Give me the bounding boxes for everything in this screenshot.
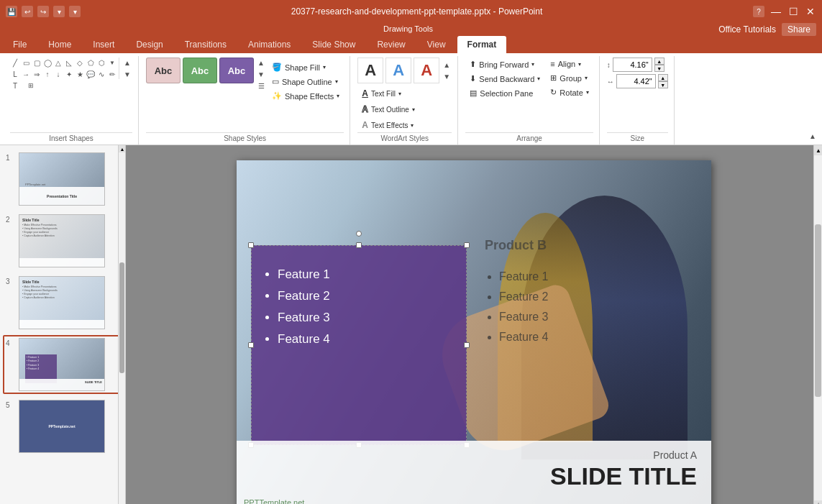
shape-effects-label: Shape Effects <box>285 92 334 101</box>
undo-icon[interactable]: ↩ <box>22 6 33 17</box>
line-shape[interactable]: ╱ <box>10 58 20 68</box>
tab-slideshow[interactable]: Slide Show <box>302 36 365 53</box>
text-outline-btn[interactable]: A Text Outline ▾ <box>357 102 452 116</box>
group-insert-shapes-label: Insert Shapes <box>10 132 132 145</box>
text-fill-btn[interactable]: A Text Fill ▾ <box>357 86 452 101</box>
styles-more-all[interactable]: ☰ <box>256 81 266 91</box>
rarrow-shape[interactable]: ⇒ <box>32 69 42 79</box>
tab-transitions[interactable]: Transitions <box>175 36 237 53</box>
text-outline-label: Text Outline <box>371 106 409 114</box>
width-up[interactable]: ▲ <box>658 74 668 81</box>
tab-home[interactable]: Home <box>38 36 81 53</box>
restore-btn[interactable]: ☐ <box>787 6 799 17</box>
close-btn[interactable]: ✕ <box>805 6 816 17</box>
rotate-handle[interactable] <box>356 231 362 237</box>
handle-tl[interactable] <box>248 242 254 248</box>
selection-container[interactable]: Feature 1 Feature 2 Feature 3 Feature 4 <box>251 245 467 445</box>
shapes-more-up[interactable]: ▲ <box>122 58 132 68</box>
rect-shape[interactable]: ▭ <box>21 58 31 68</box>
tab-animations[interactable]: Animations <box>238 36 301 53</box>
star5-shape[interactable]: ★ <box>75 69 85 79</box>
slide-thumb-3[interactable]: 3 Slide Title • Make Effective Presentat… <box>3 273 122 332</box>
diamond-shape[interactable]: ◇ <box>75 58 85 68</box>
customize-icon[interactable]: ▾ <box>53 6 65 17</box>
tab-design[interactable]: Design <box>126 36 173 53</box>
styles-more-down[interactable]: ▼ <box>256 69 266 79</box>
lshape[interactable]: L <box>10 69 20 79</box>
scroll-expand-1[interactable]: + <box>814 500 822 504</box>
text-effects-btn[interactable]: A Text Effects ▾ <box>357 118 452 132</box>
wordart-red[interactable]: A <box>414 58 439 83</box>
slide-thumb-4[interactable]: 4 • Feature 1• Feature 2• Feature 3• Fea… <box>3 335 122 394</box>
text-outline-caret: ▾ <box>412 106 415 113</box>
send-backward-btn[interactable]: ⬇ Send Backward ▾ <box>465 72 544 86</box>
collapse-ribbon-btn[interactable]: ▲ <box>808 131 818 142</box>
shapes-more-down[interactable]: ▼ <box>122 69 132 79</box>
help-icon[interactable]: ? <box>753 6 764 17</box>
wordart-up[interactable]: ▲ <box>442 60 452 70</box>
callout-shape[interactable]: 💬 <box>86 69 96 79</box>
handle-mr[interactable] <box>464 342 470 348</box>
oval-shape[interactable]: ◯ <box>42 58 52 68</box>
width-input[interactable] <box>616 74 656 88</box>
minimize-btn[interactable]: — <box>770 6 782 17</box>
width-down[interactable]: ▼ <box>658 81 668 88</box>
rtriangle-shape[interactable]: ◺ <box>64 58 74 68</box>
tab-review[interactable]: Review <box>367 36 415 53</box>
triangle-shape[interactable]: △ <box>53 58 63 68</box>
height-input[interactable] <box>613 58 652 72</box>
shape-outline-btn[interactable]: ▭ Shape Outline ▾ <box>268 75 344 88</box>
tab-file[interactable]: File <box>3 36 37 53</box>
rotate-btn[interactable]: ↻ Rotate ▾ <box>546 86 593 99</box>
more-shapes[interactable]: ▼ <box>107 58 117 68</box>
redo-icon[interactable]: ↪ <box>37 6 49 17</box>
more-icon[interactable]: ▾ <box>69 6 81 17</box>
scroll-up-btn[interactable]: ▲ <box>119 145 126 152</box>
height-up[interactable]: ▲ <box>654 58 665 65</box>
bring-forward-btn[interactable]: ⬆ Bring Forward ▾ <box>465 58 544 71</box>
shape-effects-btn[interactable]: ✨ Shape Effects ▾ <box>268 89 344 103</box>
curve-shape[interactable]: ∿ <box>96 69 106 79</box>
arrow-shape[interactable]: → <box>21 69 31 79</box>
slide-thumb-1[interactable]: 1 Presentation Title PPTemplate.net <box>3 150 122 209</box>
star-shape[interactable]: ✦ <box>64 69 74 79</box>
group-btn[interactable]: ⊞ Group ▾ <box>546 71 593 85</box>
canvas-vscroll[interactable]: ▲ + - ▼ <box>813 145 822 504</box>
slide-footer: Product A SLIDE TITLE <box>237 441 711 505</box>
hexagon-shape[interactable]: ⬡ <box>96 58 106 68</box>
slide-thumb-5[interactable]: 5 PPTemplate.net <box>3 397 122 456</box>
swatch-2[interactable]: Abc <box>183 58 217 83</box>
office-tutorials-btn[interactable]: Office Tutorials <box>718 24 776 35</box>
tab-format[interactable]: Format <box>457 36 507 53</box>
share-btn[interactable]: Share <box>782 23 816 36</box>
icon-arrange[interactable]: ⊞ <box>21 81 41 91</box>
swatch-1[interactable]: Abc <box>146 58 181 83</box>
freeform-shape[interactable]: ✏ <box>107 69 117 79</box>
styles-more-up[interactable]: ▲ <box>256 58 266 68</box>
pentagon-shape[interactable]: ⬠ <box>86 58 96 68</box>
tab-insert[interactable]: Insert <box>83 36 124 53</box>
align-label: Align <box>558 60 575 68</box>
save-icon[interactable]: 💾 <box>6 6 17 17</box>
handle-tr[interactable] <box>464 242 470 248</box>
bring-forward-icon: ⬆ <box>470 60 476 69</box>
slide-thumb-2[interactable]: 2 Slide Title • Make Effective Presentat… <box>3 211 122 270</box>
handle-ml[interactable] <box>248 342 254 348</box>
wordart-plain[interactable]: A <box>357 58 383 83</box>
align-btn[interactable]: ≡ Align ▾ <box>546 58 593 70</box>
uarrow-shape[interactable]: ↑ <box>42 69 52 79</box>
slide-panel[interactable]: 1 Presentation Title PPTemplate.net 2 Sl… <box>0 145 126 504</box>
tab-view[interactable]: View <box>417 36 456 53</box>
vscroll-up[interactable]: ▲ <box>814 145 822 155</box>
panel-scrollbar[interactable]: ▲ ▼ <box>118 145 125 504</box>
textbox-shape[interactable]: T <box>10 81 20 91</box>
height-down[interactable]: ▼ <box>654 65 665 72</box>
handle-tc[interactable] <box>356 242 362 248</box>
rounded-rect-shape[interactable]: ▢ <box>32 58 42 68</box>
wordart-blue[interactable]: A <box>385 58 411 83</box>
darrow-shape[interactable]: ↓ <box>53 69 63 79</box>
selection-pane-btn[interactable]: ▤ Selection Pane <box>465 86 544 100</box>
wordart-down[interactable]: ▼ <box>442 71 452 81</box>
shape-fill-btn[interactable]: 🪣 Shape Fill ▾ <box>268 60 344 74</box>
swatch-3[interactable]: Abc <box>219 58 254 83</box>
